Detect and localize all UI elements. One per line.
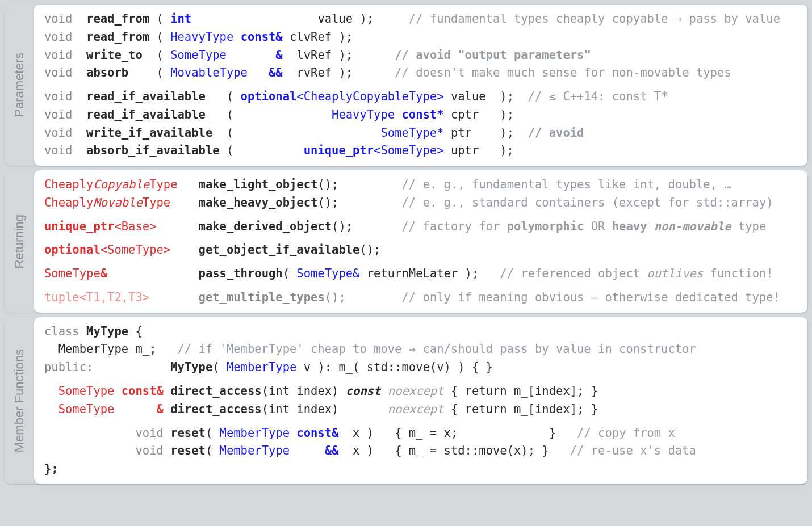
body: { m_ = std::move(x); } xyxy=(395,444,549,457)
type: SomeType& xyxy=(296,267,359,280)
ret: SomeType xyxy=(58,384,115,398)
mod: const& xyxy=(122,384,164,398)
noexcept: noexcept xyxy=(388,402,444,416)
type2: CheaplyCopyableType xyxy=(304,90,437,103)
type: int xyxy=(170,12,191,26)
fn-name: direct_access xyxy=(170,402,261,416)
type: HeavyType xyxy=(332,108,395,121)
open: ( xyxy=(283,267,290,280)
gt: > xyxy=(164,243,170,256)
mod: const& xyxy=(296,426,338,440)
type: MovableType xyxy=(170,66,248,79)
kw-public: public: xyxy=(44,360,93,374)
lt: < xyxy=(79,291,86,304)
comment: // ≤ C++14: const T* xyxy=(528,90,668,103)
inner: SomeType xyxy=(107,243,164,256)
kw-void: void xyxy=(44,144,72,157)
gt: > xyxy=(143,291,149,304)
arg: cptr xyxy=(451,108,479,121)
ret: unique_ptr xyxy=(44,220,114,233)
mod: & xyxy=(275,48,282,62)
end: ); xyxy=(500,144,514,157)
arg: x xyxy=(353,426,359,440)
arg: ptr xyxy=(451,126,472,140)
comment: // if 'MemberType' cheap to move ⇒ can/s… xyxy=(178,342,696,356)
end: ); xyxy=(500,108,514,121)
mod: && xyxy=(325,444,339,457)
comment: // e. g., standard containers (except fo… xyxy=(402,196,773,209)
fn-name: make_heavy_object xyxy=(199,196,318,209)
inner: Base xyxy=(122,220,149,233)
mod: && xyxy=(269,66,283,79)
kw-void: void xyxy=(135,444,163,457)
cm-bi: non-movable xyxy=(654,220,731,233)
section-body-parameters: void read_from ( int value ); // fundame… xyxy=(34,5,807,166)
cm-post: type xyxy=(731,220,767,233)
paren: (); xyxy=(317,178,338,191)
fn-name: read_if_available xyxy=(86,90,206,103)
init: : m_( std::move(v) ) { } xyxy=(325,360,493,374)
arg: clvRef xyxy=(290,30,332,44)
cm-i: outlives xyxy=(647,267,703,280)
cm-b1: polymorphic xyxy=(507,220,584,233)
ret-pre: Cheaply xyxy=(44,196,93,209)
fn-name: read_from xyxy=(86,12,149,26)
cm-post: function! xyxy=(703,267,773,280)
mod: const& xyxy=(241,30,283,44)
comment: // re-use x's data xyxy=(570,444,696,457)
section-member-functions: Member Functions class MyType { MemberTy… xyxy=(5,317,807,484)
cv: const xyxy=(346,384,381,398)
lt: < xyxy=(296,90,303,103)
section-label-returning: Returning xyxy=(5,170,34,313)
comment: // avoid "output parameters" xyxy=(395,48,591,62)
end: ); xyxy=(359,12,374,26)
fn-name: absorb xyxy=(86,66,128,79)
open: ( xyxy=(206,426,212,440)
arg: rvRef xyxy=(296,66,332,79)
paren: (); xyxy=(332,220,353,233)
cm-pre: // factory for xyxy=(401,220,507,233)
arg: value xyxy=(451,90,486,103)
type: MemberType xyxy=(227,360,296,374)
type: MemberType xyxy=(58,342,128,356)
kw-void: void xyxy=(44,12,72,26)
close: ) xyxy=(317,360,324,374)
type: MemberType xyxy=(220,444,290,457)
paren: (); xyxy=(317,196,338,209)
kw-void: void xyxy=(44,90,72,103)
label-text: Parameters xyxy=(12,53,27,117)
lt: < xyxy=(374,144,380,157)
ret-em: Movable xyxy=(93,196,142,209)
fn-name: reset xyxy=(170,426,206,440)
close: ) xyxy=(367,444,374,457)
end: ); xyxy=(500,126,514,140)
kw-void: void xyxy=(44,126,72,140)
gt: > xyxy=(437,144,443,157)
paren: (); xyxy=(359,243,380,256)
gt: > xyxy=(149,220,156,233)
paren: (); xyxy=(325,291,346,304)
arg: uptr xyxy=(451,144,479,157)
paren: ( xyxy=(157,66,164,79)
section-label-parameters: Parameters xyxy=(5,5,34,166)
arg: x xyxy=(353,444,359,457)
fn-name: read_from xyxy=(86,30,149,44)
comment: // only if meaning obvious – otherwise d… xyxy=(402,291,780,304)
paren: ( xyxy=(227,144,233,157)
arg: returnMeLater xyxy=(367,267,458,280)
paren: ( xyxy=(157,48,164,62)
fn-name: write_if_available xyxy=(86,126,212,140)
ret: SomeType xyxy=(58,402,115,416)
noexcept: noexcept xyxy=(388,384,444,398)
arg: value xyxy=(317,12,353,26)
section-parameters: Parameters void read_from ( int value );… xyxy=(5,5,807,166)
type1: optional xyxy=(241,90,297,103)
comment: // avoid xyxy=(528,126,584,140)
cm-b2: heavy xyxy=(612,220,654,233)
close: ); xyxy=(465,267,479,280)
end: ); xyxy=(338,66,353,79)
ret-post: Type xyxy=(149,178,177,191)
type: HeavyType xyxy=(170,30,233,44)
comment: // copy from x xyxy=(577,426,675,440)
open: ( xyxy=(212,360,219,374)
